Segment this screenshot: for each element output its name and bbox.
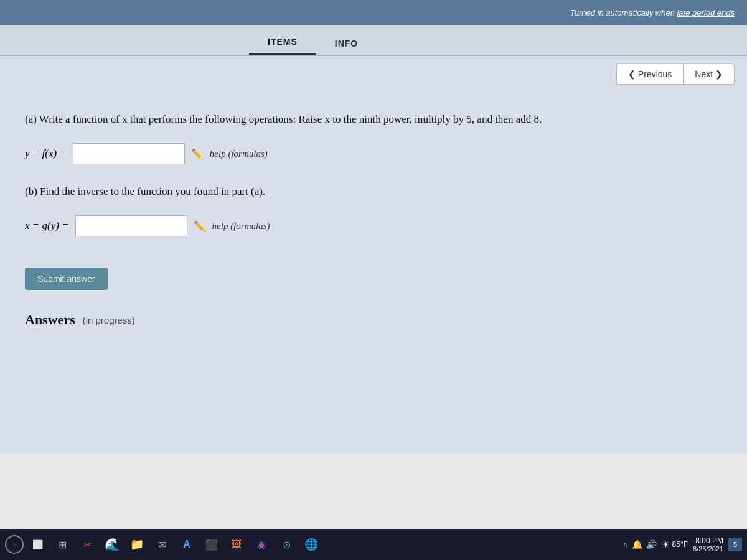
question-a-help-link[interactable]: help (formulas) [210,149,268,159]
question-b-label: x = g(y) = [25,220,69,232]
previous-button[interactable]: ❮ Previous [616,63,683,85]
question-b-help-link[interactable]: help (formulas) [212,221,270,231]
taskbar-app4[interactable]: ⊙ [275,533,298,556]
taskbar-edge[interactable]: 🌊 [101,533,123,556]
clock-time: 8:00 PM [693,536,723,545]
temperature: 85°F [672,540,688,549]
up-arrow-icon[interactable]: ∧ [622,540,628,549]
question-a-text: (a) Write a function of x that performs … [25,111,722,128]
top-header: Turned in automatically when late period… [0,0,747,25]
late-period-link[interactable]: late period ends [677,8,735,17]
navigation-row: ❮ Previous Next ❯ [0,56,747,92]
answers-section: Answers (in progress) [25,312,722,328]
taskbar-app2[interactable]: 🖼 [225,533,248,556]
tab-info[interactable]: INFO [316,32,377,55]
taskbar-widgets[interactable]: ⊞ [51,533,73,556]
taskbar-word[interactable]: A [176,533,198,556]
system-tray: ∧ 🔔 🔊 ☀ 85°F 8:00 PM 8/26/2021 5 [622,536,742,553]
submit-answer-button[interactable]: Submit answer [25,268,108,290]
notification-icon[interactable]: 🔔 [632,539,642,549]
clock-display[interactable]: 8:00 PM 8/26/2021 [693,536,723,553]
next-button[interactable]: Next ❯ [683,63,735,85]
tabs-bar: ITEMS INFO [0,25,747,56]
question-b-row: x = g(y) = ✏️ help (formulas) [25,215,722,236]
main-content: (a) Write a function of x that performs … [0,92,747,453]
clock-date: 8/26/2021 [693,545,723,553]
question-a-input[interactable] [73,143,185,164]
weather-display: ☀ 85°F [662,539,688,549]
volume-icon[interactable]: 🔊 [646,539,657,549]
question-b-text: (b) Find the inverse to the function you… [25,183,722,200]
taskbar-explorer[interactable]: 📁 [126,533,148,556]
taskbar-search[interactable]: ⬜ [26,533,49,556]
taskbar-mail[interactable]: ✉ [151,533,173,556]
answers-title: Answers [25,312,75,328]
sys-tray-icons: ∧ 🔔 🔊 [622,539,657,549]
question-b-section: (b) Find the inverse to the function you… [25,183,722,236]
notification-badge[interactable]: 5 [728,538,742,551]
question-b-pencil-icon[interactable]: ✏️ [194,220,206,232]
start-button[interactable]: ○ [5,535,24,554]
question-a-row: y = f(x) = ✏️ help (formulas) [25,143,722,164]
auto-submit-notice: Turned in automatically when late period… [570,8,735,17]
question-a-pencil-icon[interactable]: ✏️ [191,148,204,160]
taskbar: ○ ⬜ ⊞ ✂ 🌊 📁 ✉ A ⬛ 🖼 ◉ ⊙ 🌐 ∧ 🔔 🔊 [0,529,747,560]
answers-status: (in progress) [83,315,135,325]
taskbar-app1[interactable]: ⬛ [200,533,223,556]
taskbar-chrome[interactable]: 🌐 [300,533,322,556]
taskbar-app3[interactable]: ◉ [250,533,273,556]
question-b-input[interactable] [75,215,187,236]
question-a-label: y = f(x) = [25,147,67,160]
tab-items[interactable]: ITEMS [249,30,316,55]
weather-icon: ☀ [662,539,670,549]
taskbar-snip[interactable]: ✂ [76,533,98,556]
